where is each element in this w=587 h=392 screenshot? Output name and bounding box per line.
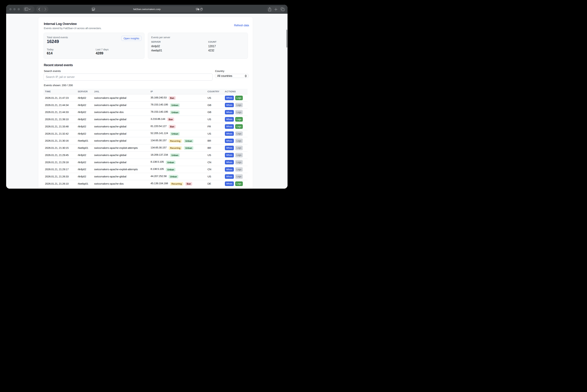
svg-text:文: 文: [198, 9, 199, 10]
svg-text:A: A: [197, 8, 198, 10]
